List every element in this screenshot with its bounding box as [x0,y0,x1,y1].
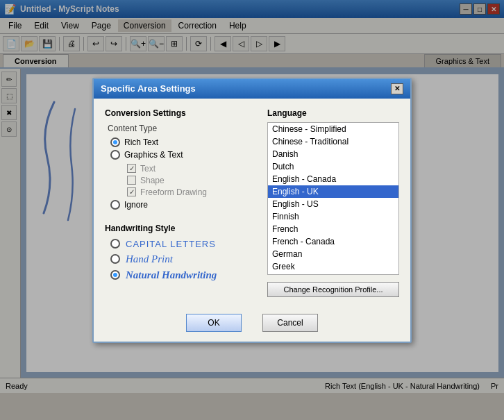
checkbox-freeform-label: Freeform Drawing [140,187,207,197]
language-item[interactable]: English - UK [268,185,398,198]
dialog-left-panel: Conversion Settings Content Type Rich Te… [105,108,256,297]
language-item[interactable]: German [268,248,398,260]
checkbox-shape[interactable]: Shape [127,176,256,185]
hw-natural-item[interactable]: Natural Handwriting [110,269,256,281]
change-recognition-profile-button[interactable]: Change Recognition Profile... [267,282,399,297]
dialog-body: Conversion Settings Content Type Rich Te… [94,99,410,307]
language-item[interactable]: English - US [268,198,398,210]
checkbox-text-box: ✓ [127,164,136,173]
hw-caps-item[interactable]: CAPITAL LETTERS [110,239,256,249]
language-list[interactable]: Chinese - SimplifiedChinese - Traditiona… [267,122,399,275]
language-title: Language [267,108,399,118]
radio-ignore-label: Ignore [124,200,148,210]
language-item[interactable]: English - Canada [268,173,398,185]
checkbox-freeform[interactable]: ✓ Freeform Drawing [127,187,256,197]
hw-hand-label: Hand Print [126,253,173,265]
hw-caps-radio [110,239,120,249]
radio-rich-text[interactable]: Rich Text [110,137,256,147]
checkbox-freeform-box: ✓ [127,187,136,196]
cancel-button[interactable]: Cancel [262,314,318,332]
handwriting-styles-group: CAPITAL LETTERS Hand Print Natural Handw… [110,239,256,281]
hw-natural-radio [110,270,120,280]
sub-options-group: ✓ Text Shape ✓ Freeform Drawing [127,164,256,197]
dialog-title-bar: Specific Area Settings ✕ [94,79,410,99]
hw-caps-label: CAPITAL LETTERS [126,239,216,249]
language-item[interactable]: Dutch [268,160,398,173]
radio-graphics-text[interactable]: Graphics & Text [110,150,256,160]
language-item[interactable]: Chinese - Traditional [268,135,398,148]
language-item[interactable]: Italian [268,273,398,275]
content-type-group: Rich Text Graphics & Text ✓ Text [110,137,256,210]
dialog-right-panel: Language Chinese - SimplifiedChinese - T… [267,108,399,297]
conversion-settings-title: Conversion Settings [105,108,256,118]
radio-graphics-text-label: Graphics & Text [124,150,183,160]
dialog-title-text: Specific Area Settings [101,83,196,94]
radio-ignore-indicator [110,200,120,210]
handwriting-style-title: Handwriting Style [105,224,256,233]
language-item[interactable]: Finnish [268,210,398,223]
language-item[interactable]: Danish [268,148,398,160]
radio-graphics-text-indicator [110,150,120,160]
dialog-close-button[interactable]: ✕ [391,83,403,94]
checkbox-shape-box [127,176,136,185]
language-item[interactable]: French - Canada [268,235,398,248]
ok-button[interactable]: OK [186,314,242,332]
dialog-footer: OK Cancel [94,307,410,342]
specific-area-settings-dialog: Specific Area Settings ✕ Conversion Sett… [92,78,412,343]
checkbox-text[interactable]: ✓ Text [127,164,256,174]
radio-rich-text-label: Rich Text [124,137,158,147]
checkbox-text-label: Text [140,164,156,174]
language-item[interactable]: French [268,223,398,235]
language-item[interactable]: Greek [268,260,398,273]
modal-overlay: Specific Area Settings ✕ Conversion Sett… [0,0,504,393]
hw-natural-label: Natural Handwriting [126,269,217,281]
checkbox-shape-label: Shape [140,176,165,185]
radio-rich-text-indicator [110,137,120,147]
radio-ignore[interactable]: Ignore [110,200,256,210]
hw-hand-item[interactable]: Hand Print [110,253,256,265]
language-item[interactable]: Chinese - Simplified [268,123,398,135]
content-type-label: Content Type [108,124,256,133]
hw-hand-radio [110,254,120,264]
handwriting-style-section: Handwriting Style CAPITAL LETTERS Hand P… [105,224,256,281]
